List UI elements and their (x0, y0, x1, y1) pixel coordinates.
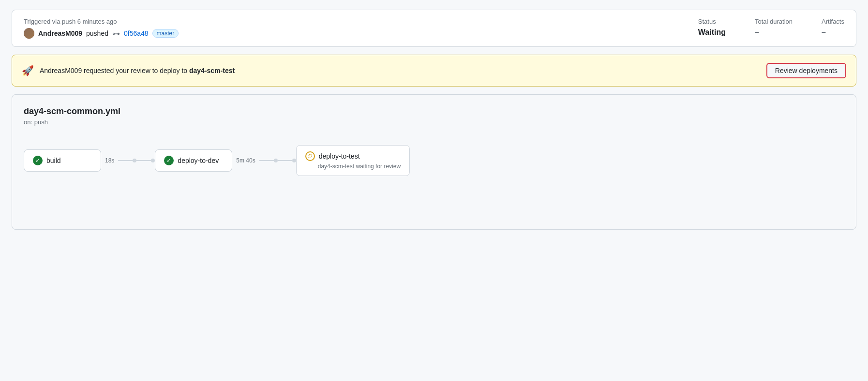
job-name-deploy-test: deploy-to-test (319, 152, 360, 160)
status-group: Status Waiting (698, 18, 726, 37)
job-name-deploy-dev: deploy-to-dev (178, 157, 219, 164)
artifacts-group: Artifacts – (822, 18, 844, 37)
duration-group: Total duration – (755, 18, 793, 37)
branch-badge[interactable]: master (152, 29, 179, 38)
success-icon-deploy-dev: ✓ (164, 156, 174, 165)
workflow-title: day4-scm-common.yml (24, 106, 844, 117)
job-name-build: build (46, 157, 61, 164)
duration-value: – (755, 28, 793, 37)
avatar (24, 28, 34, 39)
job-card-waiting-top: ⏱ deploy-to-test (305, 151, 401, 161)
waiting-icon-deploy-test: ⏱ (305, 151, 315, 161)
job-card-deploy-test[interactable]: ⏱ deploy-to-test day4-scm-test waiting f… (296, 145, 410, 176)
duration-label: Total duration (755, 18, 793, 25)
review-deployments-button[interactable]: Review deployments (766, 63, 846, 78)
rocket-icon: 🚀 (22, 65, 34, 76)
top-card-left: Triggered via push 6 minutes ago Andreas… (24, 18, 698, 39)
workflow-card: day4-scm-common.yml on: push ✓ build 18s… (12, 94, 856, 230)
review-target-env: day4-scm-test (189, 67, 235, 74)
top-info-card: Triggered via push 6 minutes ago Andreas… (12, 10, 856, 47)
job-waiting-subtext: day4-scm-test waiting for review (305, 163, 401, 170)
top-card-meta: Status Waiting Total duration – Artifact… (698, 18, 844, 37)
connector-2 (259, 159, 296, 162)
success-icon-build: ✓ (33, 156, 43, 165)
duration-deploy-dev: 5m 40s (236, 157, 255, 164)
review-text-prefix: AndreasM009 requested your review to dep… (40, 67, 187, 74)
review-banner-left: 🚀 AndreasM009 requested your review to d… (22, 65, 235, 76)
pipeline: ✓ build 18s ✓ deploy-to-dev 5m 40s ⏱ (24, 145, 844, 176)
workflow-trigger: on: push (24, 118, 844, 126)
duration-build: 18s (105, 157, 114, 164)
pushed-row: AndreasM009 pushed ⊶ 0f56a48 master (24, 28, 698, 39)
job-card-deploy-dev[interactable]: ✓ deploy-to-dev (155, 149, 232, 172)
commit-hash[interactable]: 0f56a48 (124, 29, 149, 37)
artifacts-label: Artifacts (822, 18, 844, 25)
username: AndreasM009 (38, 29, 82, 37)
status-value: Waiting (698, 28, 726, 37)
review-banner-text: AndreasM009 requested your review to dep… (40, 67, 235, 74)
status-label: Status (698, 18, 726, 25)
triggered-label: Triggered via push 6 minutes ago (24, 18, 698, 25)
push-text: pushed (86, 29, 108, 37)
job-card-build[interactable]: ✓ build (24, 149, 101, 172)
connector-1 (118, 159, 155, 162)
artifacts-value: – (822, 28, 844, 37)
review-banner: 🚀 AndreasM009 requested your review to d… (12, 55, 856, 87)
commit-icon: ⊶ (112, 29, 120, 38)
